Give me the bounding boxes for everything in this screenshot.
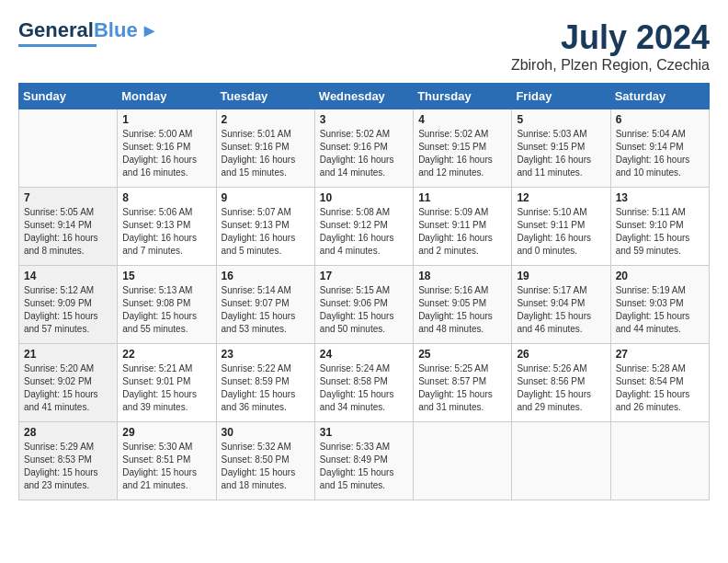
calendar-cell: 19Sunrise: 5:17 AM Sunset: 9:04 PM Dayli…	[512, 266, 610, 344]
day-info: Sunrise: 5:26 AM Sunset: 8:56 PM Dayligh…	[517, 362, 605, 414]
calendar-cell: 30Sunrise: 5:32 AM Sunset: 8:50 PM Dayli…	[216, 422, 314, 500]
day-number: 11	[418, 191, 506, 204]
day-number: 2	[222, 113, 310, 126]
weekday-header-saturday: Saturday	[610, 84, 709, 109]
day-info: Sunrise: 5:08 AM Sunset: 9:12 PM Dayligh…	[320, 206, 408, 258]
calendar-table: SundayMondayTuesdayWednesdayThursdayFrid…	[18, 83, 710, 500]
day-number: 7	[24, 191, 112, 204]
day-info: Sunrise: 5:12 AM Sunset: 9:09 PM Dayligh…	[24, 284, 112, 336]
day-number: 14	[24, 270, 112, 282]
weekday-header-tuesday: Tuesday	[216, 84, 314, 109]
day-number: 5	[517, 113, 605, 126]
day-info: Sunrise: 5:25 AM Sunset: 8:57 PM Dayligh…	[418, 362, 506, 414]
calendar-cell: 8Sunrise: 5:06 AM Sunset: 9:13 PM Daylig…	[118, 188, 216, 266]
calendar-cell: 2Sunrise: 5:01 AM Sunset: 9:16 PM Daylig…	[216, 109, 314, 188]
calendar-cell: 22Sunrise: 5:21 AM Sunset: 9:01 PM Dayli…	[118, 344, 216, 422]
calendar-cell: 11Sunrise: 5:09 AM Sunset: 9:11 PM Dayli…	[414, 188, 512, 266]
day-info: Sunrise: 5:21 AM Sunset: 9:01 PM Dayligh…	[122, 362, 210, 414]
calendar-cell: 9Sunrise: 5:07 AM Sunset: 9:13 PM Daylig…	[216, 188, 314, 266]
day-number: 10	[320, 191, 408, 204]
day-info: Sunrise: 5:20 AM Sunset: 9:02 PM Dayligh…	[24, 362, 112, 414]
calendar-cell	[414, 422, 512, 500]
weekday-header-monday: Monday	[118, 84, 216, 109]
day-number: 29	[122, 426, 210, 439]
calendar-cell: 24Sunrise: 5:24 AM Sunset: 8:58 PM Dayli…	[314, 344, 413, 422]
weekday-header-friday: Friday	[512, 84, 610, 109]
day-info: Sunrise: 5:29 AM Sunset: 8:53 PM Dayligh…	[24, 441, 112, 492]
day-number: 21	[24, 348, 112, 361]
day-info: Sunrise: 5:22 AM Sunset: 8:59 PM Dayligh…	[222, 362, 310, 414]
calendar-cell: 7Sunrise: 5:05 AM Sunset: 9:14 PM Daylig…	[19, 188, 118, 266]
calendar-cell: 31Sunrise: 5:33 AM Sunset: 8:49 PM Dayli…	[314, 422, 413, 500]
day-number: 30	[222, 426, 310, 439]
day-number: 26	[517, 348, 605, 361]
day-info: Sunrise: 5:05 AM Sunset: 9:14 PM Dayligh…	[24, 206, 112, 258]
calendar-cell: 21Sunrise: 5:20 AM Sunset: 9:02 PM Dayli…	[19, 344, 118, 422]
calendar-cell: 16Sunrise: 5:14 AM Sunset: 9:07 PM Dayli…	[216, 266, 314, 344]
day-number: 15	[122, 270, 210, 282]
header: General Blue ► July 2024 Zbiroh, Plzen R…	[18, 18, 710, 74]
calendar-cell: 15Sunrise: 5:13 AM Sunset: 9:08 PM Dayli…	[118, 266, 216, 344]
weekday-header-sunday: Sunday	[19, 84, 118, 109]
calendar-cell	[19, 109, 118, 188]
day-info: Sunrise: 5:11 AM Sunset: 9:10 PM Dayligh…	[616, 206, 704, 258]
logo-blue: Blue	[94, 18, 138, 42]
day-info: Sunrise: 5:04 AM Sunset: 9:14 PM Dayligh…	[616, 128, 704, 179]
logo: General Blue ►	[18, 18, 158, 47]
day-number: 13	[616, 191, 704, 204]
title-area: July 2024 Zbiroh, Plzen Region, Czechia	[511, 18, 710, 74]
day-info: Sunrise: 5:17 AM Sunset: 9:04 PM Dayligh…	[517, 284, 605, 336]
day-number: 18	[418, 270, 506, 282]
weekday-header-wednesday: Wednesday	[314, 84, 413, 109]
calendar-cell: 1Sunrise: 5:00 AM Sunset: 9:16 PM Daylig…	[118, 109, 216, 188]
day-number: 27	[616, 348, 704, 361]
day-info: Sunrise: 5:01 AM Sunset: 9:16 PM Dayligh…	[222, 128, 310, 179]
day-info: Sunrise: 5:09 AM Sunset: 9:11 PM Dayligh…	[418, 206, 506, 258]
logo-general: General	[18, 18, 94, 42]
day-info: Sunrise: 5:28 AM Sunset: 8:54 PM Dayligh…	[616, 362, 704, 414]
day-info: Sunrise: 5:30 AM Sunset: 8:51 PM Dayligh…	[122, 441, 210, 492]
day-info: Sunrise: 5:10 AM Sunset: 9:11 PM Dayligh…	[517, 206, 605, 258]
day-info: Sunrise: 5:07 AM Sunset: 9:13 PM Dayligh…	[222, 206, 310, 258]
day-info: Sunrise: 5:14 AM Sunset: 9:07 PM Dayligh…	[222, 284, 310, 336]
day-info: Sunrise: 5:06 AM Sunset: 9:13 PM Dayligh…	[122, 206, 210, 258]
day-number: 24	[320, 348, 408, 361]
calendar-cell: 23Sunrise: 5:22 AM Sunset: 8:59 PM Dayli…	[216, 344, 314, 422]
calendar-cell: 6Sunrise: 5:04 AM Sunset: 9:14 PM Daylig…	[610, 109, 709, 188]
location-title: Zbiroh, Plzen Region, Czechia	[511, 57, 710, 74]
day-number: 17	[320, 270, 408, 282]
calendar-cell: 10Sunrise: 5:08 AM Sunset: 9:12 PM Dayli…	[314, 188, 413, 266]
day-number: 20	[616, 270, 704, 282]
day-number: 23	[222, 348, 310, 361]
day-number: 4	[418, 113, 506, 126]
logo-divider	[18, 44, 97, 47]
day-number: 3	[320, 113, 408, 126]
calendar-cell: 28Sunrise: 5:29 AM Sunset: 8:53 PM Dayli…	[19, 422, 118, 500]
day-info: Sunrise: 5:03 AM Sunset: 9:15 PM Dayligh…	[517, 128, 605, 179]
day-info: Sunrise: 5:02 AM Sunset: 9:15 PM Dayligh…	[418, 128, 506, 179]
day-number: 12	[517, 191, 605, 204]
calendar-cell: 3Sunrise: 5:02 AM Sunset: 9:16 PM Daylig…	[314, 109, 413, 188]
calendar-cell: 13Sunrise: 5:11 AM Sunset: 9:10 PM Dayli…	[610, 188, 709, 266]
day-number: 8	[122, 191, 210, 204]
day-info: Sunrise: 5:33 AM Sunset: 8:49 PM Dayligh…	[320, 441, 408, 492]
day-number: 16	[222, 270, 310, 282]
day-info: Sunrise: 5:15 AM Sunset: 9:06 PM Dayligh…	[320, 284, 408, 336]
day-number: 28	[24, 426, 112, 439]
month-title: July 2024	[511, 18, 710, 57]
day-number: 22	[122, 348, 210, 361]
calendar-cell: 27Sunrise: 5:28 AM Sunset: 8:54 PM Dayli…	[610, 344, 709, 422]
day-number: 6	[616, 113, 704, 126]
day-info: Sunrise: 5:02 AM Sunset: 9:16 PM Dayligh…	[320, 128, 408, 179]
calendar-cell	[610, 422, 709, 500]
day-info: Sunrise: 5:16 AM Sunset: 9:05 PM Dayligh…	[418, 284, 506, 336]
day-info: Sunrise: 5:24 AM Sunset: 8:58 PM Dayligh…	[320, 362, 408, 414]
weekday-header-thursday: Thursday	[414, 84, 512, 109]
day-info: Sunrise: 5:19 AM Sunset: 9:03 PM Dayligh…	[616, 284, 704, 336]
logo-bird-icon: ►	[141, 20, 159, 41]
day-number: 25	[418, 348, 506, 361]
day-number: 19	[517, 270, 605, 282]
calendar-cell: 29Sunrise: 5:30 AM Sunset: 8:51 PM Dayli…	[118, 422, 216, 500]
day-number: 1	[122, 113, 210, 126]
calendar-cell: 5Sunrise: 5:03 AM Sunset: 9:15 PM Daylig…	[512, 109, 610, 188]
